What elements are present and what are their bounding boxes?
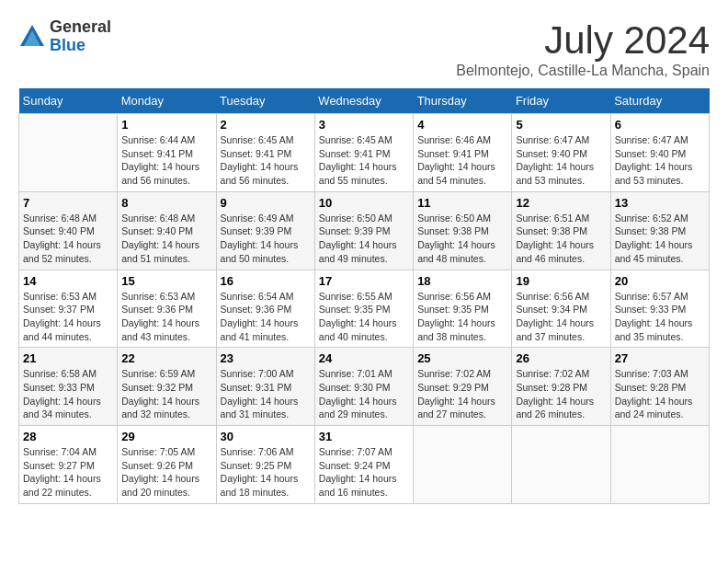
month-title: July 2024 (456, 18, 710, 63)
day-info: Sunrise: 6:58 AM Sunset: 9:33 PM Dayligh… (23, 367, 113, 421)
day-info: Sunrise: 6:53 AM Sunset: 9:36 PM Dayligh… (121, 290, 211, 344)
calendar-week-1: 1Sunrise: 6:44 AM Sunset: 9:41 PM Daylig… (19, 114, 710, 192)
day-info: Sunrise: 6:50 AM Sunset: 9:39 PM Dayligh… (319, 212, 409, 266)
weekday-header-row: SundayMondayTuesdayWednesdayThursdayFrid… (19, 88, 710, 114)
calendar-cell: 5Sunrise: 6:47 AM Sunset: 9:40 PM Daylig… (512, 114, 610, 192)
calendar-cell: 30Sunrise: 7:06 AM Sunset: 9:25 PM Dayli… (216, 426, 314, 504)
day-number: 24 (319, 351, 409, 365)
calendar-cell: 15Sunrise: 6:53 AM Sunset: 9:36 PM Dayli… (118, 270, 216, 348)
day-number: 6 (615, 118, 705, 132)
day-info: Sunrise: 7:02 AM Sunset: 9:29 PM Dayligh… (417, 367, 507, 421)
day-number: 20 (615, 274, 705, 288)
day-info: Sunrise: 7:03 AM Sunset: 9:28 PM Dayligh… (615, 367, 705, 421)
title-section: July 2024 Belmontejo, Castille-La Mancha… (456, 18, 710, 79)
calendar-cell: 4Sunrise: 6:46 AM Sunset: 9:41 PM Daylig… (414, 114, 512, 192)
calendar-cell: 25Sunrise: 7:02 AM Sunset: 9:29 PM Dayli… (414, 348, 512, 426)
calendar-week-3: 14Sunrise: 6:53 AM Sunset: 9:37 PM Dayli… (19, 270, 710, 348)
weekday-header-thursday: Thursday (414, 88, 512, 114)
location-title: Belmontejo, Castille-La Mancha, Spain (456, 63, 710, 79)
calendar-cell: 19Sunrise: 6:56 AM Sunset: 9:34 PM Dayli… (512, 270, 610, 348)
calendar-cell: 27Sunrise: 7:03 AM Sunset: 9:28 PM Dayli… (610, 348, 709, 426)
logo-blue: Blue (50, 37, 111, 55)
day-info: Sunrise: 6:47 AM Sunset: 9:40 PM Dayligh… (615, 133, 705, 188)
calendar-cell (414, 426, 512, 504)
day-info: Sunrise: 6:56 AM Sunset: 9:34 PM Dayligh… (516, 290, 606, 344)
day-number: 14 (23, 274, 113, 288)
calendar-week-5: 28Sunrise: 7:04 AM Sunset: 9:27 PM Dayli… (19, 426, 710, 504)
day-number: 1 (121, 118, 211, 132)
day-info: Sunrise: 6:45 AM Sunset: 9:41 PM Dayligh… (319, 133, 409, 188)
day-info: Sunrise: 6:56 AM Sunset: 9:35 PM Dayligh… (417, 290, 507, 344)
day-info: Sunrise: 7:04 AM Sunset: 9:27 PM Dayligh… (23, 445, 113, 500)
day-info: Sunrise: 6:52 AM Sunset: 9:38 PM Dayligh… (615, 212, 705, 266)
calendar-cell (610, 426, 709, 504)
day-info: Sunrise: 7:05 AM Sunset: 9:26 PM Dayligh… (121, 445, 211, 500)
day-info: Sunrise: 7:02 AM Sunset: 9:28 PM Dayligh… (516, 367, 606, 421)
calendar-cell: 16Sunrise: 6:54 AM Sunset: 9:36 PM Dayli… (216, 270, 314, 348)
day-info: Sunrise: 7:07 AM Sunset: 9:24 PM Dayligh… (319, 445, 409, 500)
day-number: 30 (221, 430, 311, 443)
day-info: Sunrise: 6:55 AM Sunset: 9:35 PM Dayligh… (319, 290, 409, 344)
weekday-header-monday: Monday (118, 88, 216, 114)
day-number: 8 (121, 196, 211, 210)
day-info: Sunrise: 7:01 AM Sunset: 9:30 PM Dayligh… (319, 367, 409, 421)
day-number: 18 (417, 274, 507, 288)
page-header: General Blue July 2024 Belmontejo, Casti… (18, 18, 710, 79)
day-info: Sunrise: 6:47 AM Sunset: 9:40 PM Dayligh… (516, 133, 606, 188)
day-info: Sunrise: 6:46 AM Sunset: 9:41 PM Dayligh… (417, 133, 507, 188)
day-info: Sunrise: 6:48 AM Sunset: 9:40 PM Dayligh… (23, 212, 113, 266)
day-number: 4 (417, 118, 507, 132)
calendar-cell: 26Sunrise: 7:02 AM Sunset: 9:28 PM Dayli… (512, 348, 610, 426)
calendar-cell: 2Sunrise: 6:45 AM Sunset: 9:41 PM Daylig… (216, 114, 314, 192)
day-info: Sunrise: 6:54 AM Sunset: 9:36 PM Dayligh… (221, 290, 311, 344)
day-number: 12 (516, 196, 606, 210)
calendar-cell: 3Sunrise: 6:45 AM Sunset: 9:41 PM Daylig… (314, 114, 413, 192)
day-number: 7 (23, 196, 113, 210)
logo: General Blue (18, 18, 111, 55)
calendar-cell: 12Sunrise: 6:51 AM Sunset: 9:38 PM Dayli… (512, 191, 610, 270)
calendar-cell: 22Sunrise: 6:59 AM Sunset: 9:32 PM Dayli… (118, 348, 216, 426)
calendar-cell: 7Sunrise: 6:48 AM Sunset: 9:40 PM Daylig… (19, 191, 118, 270)
day-number: 19 (516, 274, 606, 288)
day-number: 28 (23, 430, 113, 443)
calendar-cell: 11Sunrise: 6:50 AM Sunset: 9:38 PM Dayli… (414, 191, 512, 270)
day-number: 5 (516, 118, 606, 132)
calendar-cell: 31Sunrise: 7:07 AM Sunset: 9:24 PM Dayli… (314, 426, 413, 504)
calendar-cell: 9Sunrise: 6:49 AM Sunset: 9:39 PM Daylig… (216, 191, 314, 270)
calendar-cell: 1Sunrise: 6:44 AM Sunset: 9:41 PM Daylig… (118, 114, 216, 192)
day-info: Sunrise: 6:45 AM Sunset: 9:41 PM Dayligh… (221, 133, 311, 188)
weekday-header-saturday: Saturday (610, 88, 709, 114)
calendar-cell: 28Sunrise: 7:04 AM Sunset: 9:27 PM Dayli… (19, 426, 118, 504)
day-info: Sunrise: 6:53 AM Sunset: 9:37 PM Dayligh… (23, 290, 113, 344)
calendar-cell: 8Sunrise: 6:48 AM Sunset: 9:40 PM Daylig… (118, 191, 216, 270)
day-info: Sunrise: 6:57 AM Sunset: 9:33 PM Dayligh… (615, 290, 705, 344)
day-info: Sunrise: 6:51 AM Sunset: 9:38 PM Dayligh… (516, 212, 606, 266)
logo-general: General (50, 18, 111, 37)
day-number: 25 (417, 351, 507, 365)
calendar-week-2: 7Sunrise: 6:48 AM Sunset: 9:40 PM Daylig… (19, 191, 710, 270)
day-number: 15 (121, 274, 211, 288)
calendar-cell (19, 114, 118, 192)
day-info: Sunrise: 6:50 AM Sunset: 9:38 PM Dayligh… (417, 212, 507, 266)
day-info: Sunrise: 7:06 AM Sunset: 9:25 PM Dayligh… (221, 445, 311, 500)
day-info: Sunrise: 6:48 AM Sunset: 9:40 PM Dayligh… (121, 212, 211, 266)
day-number: 31 (319, 430, 409, 443)
calendar-table: SundayMondayTuesdayWednesdayThursdayFrid… (18, 88, 710, 504)
day-number: 10 (319, 196, 409, 210)
day-number: 2 (221, 118, 311, 132)
day-number: 13 (615, 196, 705, 210)
calendar-cell: 20Sunrise: 6:57 AM Sunset: 9:33 PM Dayli… (610, 270, 709, 348)
day-number: 3 (319, 118, 409, 132)
calendar-cell: 18Sunrise: 6:56 AM Sunset: 9:35 PM Dayli… (414, 270, 512, 348)
day-number: 29 (121, 430, 211, 443)
calendar-cell: 6Sunrise: 6:47 AM Sunset: 9:40 PM Daylig… (610, 114, 709, 192)
day-info: Sunrise: 7:00 AM Sunset: 9:31 PM Dayligh… (221, 367, 311, 421)
day-number: 17 (319, 274, 409, 288)
calendar-cell: 14Sunrise: 6:53 AM Sunset: 9:37 PM Dayli… (19, 270, 118, 348)
calendar-cell: 17Sunrise: 6:55 AM Sunset: 9:35 PM Dayli… (314, 270, 413, 348)
logo-text: General Blue (50, 18, 111, 55)
calendar-cell: 23Sunrise: 7:00 AM Sunset: 9:31 PM Dayli… (216, 348, 314, 426)
calendar-week-4: 21Sunrise: 6:58 AM Sunset: 9:33 PM Dayli… (19, 348, 710, 426)
day-number: 27 (615, 351, 705, 365)
day-number: 9 (221, 196, 311, 210)
